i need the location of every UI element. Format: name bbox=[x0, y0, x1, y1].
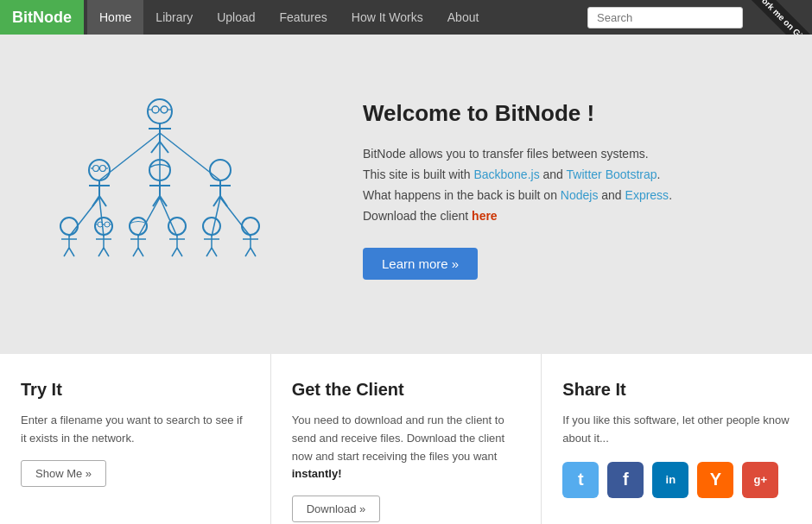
svg-line-58 bbox=[138, 248, 143, 256]
google-plus-icon[interactable]: g+ bbox=[742, 462, 778, 498]
hero-period1: . bbox=[657, 167, 661, 181]
svg-point-14 bbox=[152, 106, 159, 113]
github-ribbon-container: Fork me on GitHub! bbox=[734, 0, 812, 35]
hero-desc-4-prefix: Download the client bbox=[363, 209, 472, 223]
social-icons-container: t f in Y g+ bbox=[562, 462, 791, 498]
github-ribbon: Fork me on GitHub! bbox=[752, 0, 812, 35]
hero-desc-1: BitNode allows you to transfer files bet… bbox=[363, 147, 649, 161]
svg-line-67 bbox=[206, 248, 212, 256]
search-input[interactable] bbox=[587, 7, 743, 28]
twitter-bootstrap-link[interactable]: Twitter Bootstrap bbox=[567, 167, 657, 181]
try-it-column: Try It Enter a filename you want to sear… bbox=[0, 354, 271, 524]
get-client-column: Get the Client You need to download and … bbox=[271, 354, 542, 524]
svg-point-69 bbox=[242, 218, 259, 235]
nav-about[interactable]: About bbox=[435, 0, 492, 35]
svg-line-73 bbox=[251, 248, 256, 256]
svg-line-68 bbox=[212, 248, 217, 256]
svg-line-47 bbox=[98, 248, 104, 256]
svg-line-57 bbox=[133, 248, 138, 256]
download-button[interactable]: Download » bbox=[292, 496, 381, 522]
nav-how-it-works[interactable]: How It Works bbox=[339, 0, 435, 35]
svg-line-12 bbox=[151, 142, 160, 153]
here-link[interactable]: here bbox=[472, 209, 498, 223]
share-it-column: Share It If you like this software, let … bbox=[542, 354, 812, 524]
svg-line-43 bbox=[69, 248, 74, 256]
try-it-title: Try It bbox=[21, 380, 250, 400]
network-diagram bbox=[35, 94, 285, 284]
navbar: BitNode Home Library Upload Features How… bbox=[0, 0, 812, 35]
hero-title: Welcome to BitNode ! bbox=[363, 100, 777, 127]
get-client-title: Get the Client bbox=[292, 380, 521, 400]
twitter-icon[interactable]: t bbox=[562, 462, 599, 498]
linkedin-icon[interactable]: in bbox=[652, 462, 688, 498]
hero-and1: and bbox=[540, 167, 567, 181]
svg-line-5 bbox=[138, 198, 160, 237]
nodejs-link[interactable]: Nodejs bbox=[561, 188, 599, 202]
svg-point-50 bbox=[105, 222, 110, 227]
share-it-title: Share It bbox=[562, 380, 791, 400]
hero-network-image bbox=[35, 94, 328, 287]
instantly-text: instantly! bbox=[292, 467, 342, 480]
express-link[interactable]: Express bbox=[625, 188, 669, 202]
show-me-button[interactable]: Show Me » bbox=[21, 460, 106, 487]
svg-point-39 bbox=[60, 218, 78, 235]
svg-line-48 bbox=[104, 248, 109, 256]
svg-point-19 bbox=[89, 160, 110, 180]
hero-and2: and bbox=[598, 188, 625, 202]
hero-content: Welcome to BitNode ! BitNode allows you … bbox=[363, 100, 777, 279]
hero-description: BitNode allows you to transfer files bet… bbox=[363, 144, 777, 226]
svg-line-62 bbox=[172, 248, 177, 256]
svg-line-22 bbox=[92, 196, 99, 206]
svg-point-24 bbox=[93, 165, 99, 171]
hero-desc-3-prefix: What happens in the back is built on bbox=[363, 188, 561, 202]
hero-section: Welcome to BitNode ! BitNode allows you … bbox=[0, 35, 812, 354]
get-client-description: You need to download and run the client … bbox=[292, 412, 521, 483]
bottom-section: Try It Enter a filename you want to sear… bbox=[0, 354, 812, 524]
nav-home[interactable]: Home bbox=[87, 0, 143, 35]
logo: BitNode bbox=[0, 0, 84, 35]
search-container bbox=[587, 7, 743, 28]
nav-features[interactable]: Features bbox=[268, 0, 339, 35]
facebook-icon[interactable]: f bbox=[607, 462, 644, 498]
svg-line-13 bbox=[160, 142, 168, 153]
hero-desc-2-prefix: This site is built with bbox=[363, 167, 473, 181]
try-it-description: Enter a filename you want to search to s… bbox=[21, 412, 250, 448]
svg-line-42 bbox=[64, 248, 69, 256]
svg-point-64 bbox=[203, 218, 220, 235]
svg-point-34 bbox=[210, 160, 231, 180]
svg-point-9 bbox=[148, 99, 172, 123]
ycombinator-icon[interactable]: Y bbox=[697, 462, 733, 498]
svg-line-63 bbox=[177, 248, 182, 256]
nav-library[interactable]: Library bbox=[143, 0, 205, 35]
hero-period2: . bbox=[669, 188, 672, 202]
nav-upload[interactable]: Upload bbox=[205, 0, 267, 35]
svg-line-38 bbox=[220, 196, 227, 206]
svg-point-59 bbox=[168, 218, 186, 235]
svg-line-72 bbox=[245, 248, 251, 256]
learn-more-button[interactable]: Learn more » bbox=[363, 248, 478, 280]
backbone-link[interactable]: Backbone.js bbox=[473, 167, 539, 181]
share-it-description: If you like this software, let other peo… bbox=[562, 412, 791, 448]
svg-point-25 bbox=[100, 165, 106, 171]
svg-point-15 bbox=[161, 106, 168, 113]
